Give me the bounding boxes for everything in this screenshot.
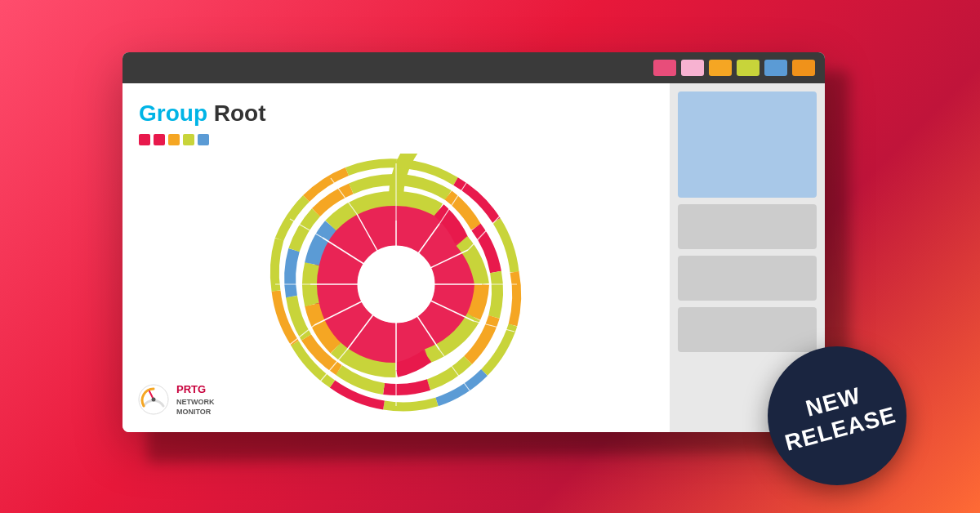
tab-dot-6	[792, 60, 815, 76]
tab-dot-4	[737, 60, 760, 76]
main-content: Group Root	[122, 83, 670, 432]
browser-window: Group Root	[122, 52, 825, 432]
sidebar-block-gray-1	[678, 204, 817, 249]
screen-container: Group Root	[122, 52, 858, 461]
svg-point-13	[358, 246, 434, 323]
prtg-line3: MONITOR	[176, 407, 215, 417]
tab-dot-5	[764, 60, 787, 76]
tab-dot-1	[653, 60, 676, 76]
legend-dot-4	[183, 134, 194, 145]
legend-dot-3	[168, 134, 180, 145]
prtg-gauge-icon	[137, 383, 170, 416]
prtg-brand-text: PRTG	[176, 382, 215, 397]
donut-chart	[265, 154, 527, 415]
new-release-text: NEW RELEASE	[775, 375, 899, 457]
sidebar-block-gray-3	[678, 307, 817, 352]
prtg-text: PRTG NETWORK MONITOR	[176, 382, 215, 417]
chart-area	[139, 154, 653, 416]
tab-dot-3	[709, 60, 732, 76]
prtg-logo: PRTG NETWORK MONITOR	[137, 382, 215, 417]
browser-titlebar	[122, 52, 825, 83]
sidebar-block-gray-2	[678, 256, 817, 301]
legend-dot-1	[139, 134, 150, 145]
sidebar-block-blue	[678, 91, 817, 198]
prtg-line2: NETWORK	[176, 397, 215, 408]
new-release-badge: NEW RELEASE	[768, 346, 906, 485]
svg-point-28	[152, 398, 156, 402]
page-title: Group Root	[139, 100, 653, 127]
legend-dot-5	[198, 134, 209, 145]
title-group-word: Group	[139, 100, 207, 126]
tab-dot-2	[681, 60, 704, 76]
browser-body: Group Root	[122, 83, 825, 432]
legend-dots	[139, 134, 653, 145]
title-root-word: Root	[207, 100, 266, 126]
legend-dot-2	[154, 134, 165, 145]
